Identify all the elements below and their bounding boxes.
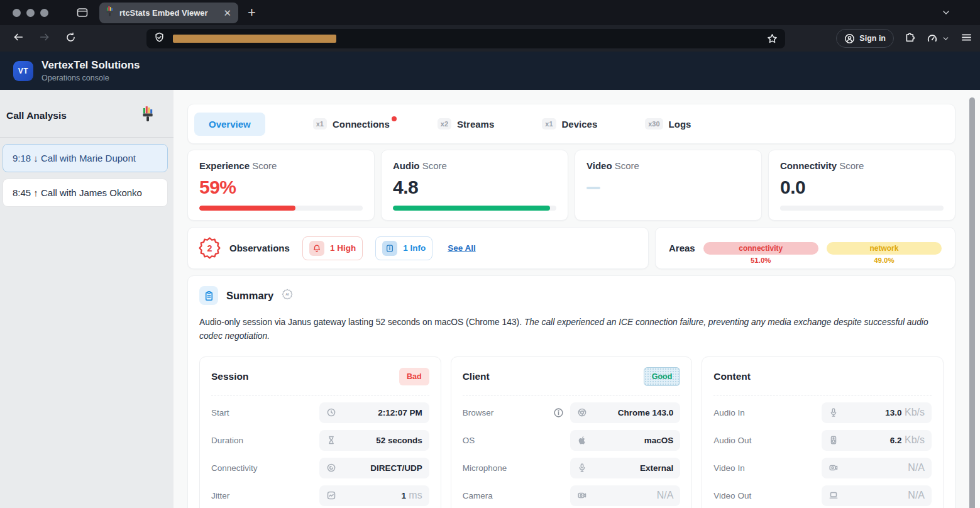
browser-toolbar: Sign in	[0, 25, 980, 52]
areas-card: Areas connectivity 51.0% network 49.0%	[655, 227, 955, 269]
observations-title: Observations	[229, 243, 290, 253]
session-panel: Session Bad Start 2:12:07 PM Duration	[199, 356, 441, 508]
browser-value-cell: Chrome 143.0	[570, 402, 680, 423]
os-value-cell: macOS	[570, 430, 680, 451]
chevron-down-icon[interactable]	[942, 35, 950, 43]
score-word: Score	[615, 160, 639, 171]
info-count-label: 1 Info	[403, 243, 426, 253]
hourglass-icon	[326, 435, 336, 445]
call-list-item-marie-dupont[interactable]: 9:18 ↓ Call with Marie Dupont	[3, 144, 168, 172]
main-scrollbar[interactable]	[969, 97, 975, 508]
jitter-unit: ms	[406, 490, 422, 501]
tab-close-icon[interactable]: ✕	[223, 8, 231, 18]
forward-button[interactable]	[39, 31, 50, 45]
clock-icon	[326, 407, 336, 417]
tab-connections-label: Connections	[333, 119, 390, 130]
ai-generated-badge: AI	[282, 289, 293, 302]
score-name: Video	[586, 160, 612, 171]
close-window-button[interactable]	[13, 9, 21, 17]
os-value: macOS	[644, 436, 674, 445]
camera-value-cell: N/A	[570, 485, 680, 506]
paintbrush-icon[interactable]	[143, 106, 155, 124]
high-observations-pill[interactable]: 1 High	[302, 236, 363, 260]
area-network-pct: 49.0%	[827, 257, 942, 264]
tab-logs[interactable]: x30 Logs	[645, 118, 691, 130]
reload-button[interactable]	[65, 32, 76, 45]
speaker-icon	[829, 435, 839, 445]
score-name: Connectivity	[780, 160, 837, 171]
content-row-video-in: Video In N/A	[713, 458, 932, 478]
summary-text: Audio-only session via Janus gateway las…	[199, 316, 944, 343]
tab-devices[interactable]: x1 Devices	[542, 118, 597, 130]
tab-logs-count: x30	[645, 118, 663, 130]
vertextel-logo: VT	[13, 61, 33, 81]
summary-card: Summary AI Audio-only session via Janus …	[187, 275, 955, 508]
app-header: VT VertexTel Solutions Operations consol…	[0, 52, 980, 90]
performance-gauge-icon[interactable]	[927, 33, 950, 44]
tab-connections[interactable]: x1 Connections	[313, 118, 390, 130]
app-subtitle: Operations console	[41, 74, 140, 82]
row-label: Browser	[463, 408, 494, 417]
row-label: Jitter	[211, 491, 229, 500]
sign-in-button[interactable]: Sign in	[836, 29, 894, 48]
tab-connections-count: x1	[313, 118, 327, 130]
url-bar[interactable]	[146, 29, 785, 48]
tab-overview[interactable]: Overview	[194, 113, 265, 136]
new-tab-button[interactable]: +	[248, 6, 256, 19]
connectivity-value-cell: DIRECT/UDP	[319, 458, 429, 478]
duration-value: 52 seconds	[376, 436, 422, 445]
browser-tab[interactable]: rtcStats Embed Viewer ✕	[99, 3, 238, 23]
tab-devices-label: Devices	[562, 119, 598, 130]
session-row-connectivity: Connectivity DIRECT/UDP	[211, 458, 429, 478]
menu-hamburger-icon[interactable]	[961, 31, 972, 46]
info-observations-pill[interactable]: 1 Info	[375, 236, 432, 260]
client-row-browser: Browser Chrome 143.0	[463, 402, 681, 423]
browser-value: Chrome 143.0	[618, 408, 674, 417]
display-icon	[829, 490, 839, 500]
area-connectivity-pct: 51.0%	[703, 257, 818, 264]
video-score-placeholder	[586, 187, 600, 189]
area-network-pill: network	[827, 242, 942, 255]
tab-sidebar-toggle-icon[interactable]	[76, 6, 89, 19]
back-button[interactable]	[13, 31, 24, 45]
account-icon	[844, 33, 855, 44]
connectivity-value: DIRECT/UDP	[370, 463, 422, 473]
alert-dot	[392, 116, 397, 121]
shield-icon[interactable]	[154, 32, 165, 45]
audio-out-value: 6.2	[890, 436, 902, 445]
audio-out-unit: Kb/s	[902, 434, 925, 446]
video-out-value-cell: N/A	[822, 485, 932, 506]
client-row-camera: Camera N/A	[463, 485, 681, 506]
row-label: Audio In	[713, 408, 745, 417]
info-circle-icon[interactable]	[553, 407, 564, 418]
row-label: Connectivity	[211, 463, 258, 473]
high-count-label: 1 High	[330, 243, 356, 253]
minimize-window-button[interactable]	[26, 9, 35, 17]
areas-label: Areas	[669, 243, 695, 253]
row-label: Start	[211, 408, 229, 417]
zoom-window-button[interactable]	[40, 9, 48, 17]
content-row-audio-in: Audio In 13.0 Kb/s	[713, 402, 932, 423]
section-tabs: Overview x1 Connections x2 Streams x1 De…	[187, 104, 955, 144]
video-in-value-cell: N/A	[822, 458, 932, 478]
extensions-puzzle-icon[interactable]	[905, 31, 916, 45]
svg-text:2: 2	[207, 243, 212, 253]
connectivity-score-bar	[780, 206, 944, 211]
svg-text:AI: AI	[285, 292, 289, 296]
row-label: Audio Out	[713, 436, 751, 445]
score-name: Experience	[199, 160, 250, 171]
window-controls[interactable]	[13, 9, 48, 17]
tab-streams[interactable]: x2 Streams	[438, 118, 494, 130]
bookmark-star-icon[interactable]	[767, 33, 778, 44]
jitter-value-cell: 1 ms	[319, 485, 429, 506]
tab-streams-count: x2	[438, 118, 451, 130]
video-out-unit: N/A	[908, 490, 925, 501]
clipboard-icon	[199, 286, 218, 305]
experience-score-value: 59%	[199, 177, 363, 198]
see-all-link[interactable]: See All	[448, 243, 476, 253]
tab-list-chevron-icon[interactable]	[941, 8, 951, 20]
audio-out-value-cell: 6.2 Kb/s	[822, 430, 932, 451]
call-list-item-james-okonko[interactable]: 8:45 ↑ Call with James Okonko	[3, 179, 168, 207]
start-value-cell: 2:12:07 PM	[319, 402, 429, 423]
row-label: Duration	[211, 436, 243, 445]
